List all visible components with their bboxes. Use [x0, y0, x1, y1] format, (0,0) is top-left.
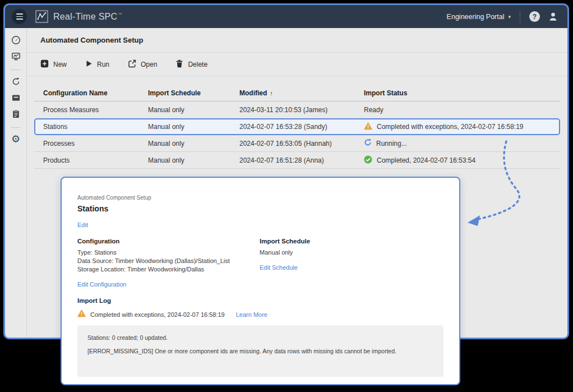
- sidebar: ⚙: [5, 28, 27, 338]
- page-title: Automated Component Setup: [40, 36, 143, 44]
- col-import-schedule[interactable]: Import Schedule: [148, 89, 239, 97]
- import-log-status-text: Completed with exceptions, 2024-02-07 16…: [90, 311, 225, 318]
- app-title: Real-Time SPC™: [53, 12, 122, 22]
- chevron-down-icon: ▾: [508, 13, 511, 20]
- warning-icon: [364, 122, 372, 132]
- user-icon[interactable]: [548, 11, 558, 22]
- running-refresh-icon: [364, 139, 372, 148]
- col-modified[interactable]: Modified↑: [239, 89, 364, 97]
- import-log-heading: Import Log: [77, 297, 443, 305]
- open-external-icon: [128, 59, 136, 70]
- settings-gear-icon[interactable]: ⚙: [11, 135, 20, 144]
- portal-selector[interactable]: Engineering Portal ▾: [447, 13, 511, 21]
- configuration-data-source: Data Source: Timber Woodworking (Dallas)…: [77, 257, 260, 265]
- portal-label: Engineering Portal: [447, 13, 505, 21]
- import-log-section: Import Log Completed with exceptions, 20…: [77, 297, 443, 377]
- log-line: [ERROR_MISSING_IDS] One or more componen…: [87, 348, 433, 355]
- import-schedule-section: Import Schedule Manual only Edit Schedul…: [260, 237, 310, 289]
- edit-schedule-link[interactable]: Edit Schedule: [260, 264, 298, 271]
- toolbar: New Run: [27, 53, 567, 76]
- sidebar-divider: [11, 70, 21, 70]
- import-schedule-heading: Import Schedule: [260, 237, 310, 245]
- open-button[interactable]: Open: [128, 59, 157, 70]
- plus-icon: [40, 59, 49, 70]
- sync-icon[interactable]: [11, 77, 21, 86]
- col-import-status[interactable]: Import Status: [364, 89, 551, 97]
- trash-icon: [175, 59, 183, 70]
- delete-button[interactable]: Delete: [175, 59, 207, 70]
- table-row-products[interactable]: Products Manual only 2024-02-07 16:51:28…: [34, 152, 560, 169]
- table-header: Configuration Name Import Schedule Modif…: [34, 85, 560, 102]
- top-navbar: Real-Time SPC™ Engineering Portal ▾ ?: [5, 5, 567, 28]
- sort-ascending-icon: ↑: [270, 90, 273, 96]
- new-button[interactable]: New: [40, 59, 67, 70]
- import-schedule-value: Manual only: [260, 248, 310, 257]
- trademark: ™: [118, 12, 122, 16]
- detail-title: Stations: [77, 204, 443, 214]
- edit-configuration-link[interactable]: Edit Configuration: [77, 281, 126, 288]
- chart-monitor-icon[interactable]: [11, 52, 21, 61]
- screen: Real-Time SPC™ Engineering Portal ▾ ?: [0, 0, 573, 392]
- app-logo-icon: [35, 10, 48, 23]
- log-line: Stations: 0 created; 0 updated.: [87, 334, 433, 342]
- clipboard-icon[interactable]: [11, 109, 21, 119]
- configuration-section: Configuration Type: Stations Data Source…: [77, 237, 260, 289]
- archive-box-icon[interactable]: [11, 93, 21, 103]
- page-header: Automated Component Setup: [27, 28, 567, 53]
- play-icon: [85, 60, 93, 69]
- dashboard-gauge-icon[interactable]: [11, 35, 21, 45]
- edit-link[interactable]: Edit: [77, 222, 88, 229]
- help-icon[interactable]: ?: [529, 11, 540, 22]
- table-row-stations[interactable]: Stations Manual only 2024-02-07 16:53:28…: [34, 118, 560, 135]
- table-row-processes[interactable]: Processes Manual only 2024-02-07 16:53:0…: [34, 135, 560, 152]
- learn-more-link[interactable]: Learn More: [236, 311, 267, 319]
- success-check-icon: [364, 155, 372, 165]
- warning-icon: [77, 310, 86, 320]
- sidebar-divider: [11, 127, 21, 128]
- configuration-heading: Configuration: [77, 237, 260, 245]
- table-row-process-measures[interactable]: Process Measures Manual only 2024-03-11 …: [34, 102, 560, 118]
- navbar-divider: [520, 11, 520, 23]
- run-button[interactable]: Run: [85, 60, 109, 69]
- configuration-storage-location: Storage Location: Timber Woodworking/Dal…: [77, 265, 260, 274]
- detail-panel: Automated Component Setup Stations Edit …: [61, 177, 460, 385]
- import-log-output: Stations: 0 created; 0 updated. [ERROR_M…: [77, 325, 443, 377]
- col-configuration-name[interactable]: Configuration Name: [43, 89, 148, 97]
- configuration-type: Type: Stations: [77, 248, 260, 257]
- menu-icon[interactable]: [12, 9, 27, 24]
- detail-section-label: Automated Component Setup: [77, 195, 443, 201]
- configurations-table: Configuration Name Import Schedule Modif…: [27, 85, 567, 169]
